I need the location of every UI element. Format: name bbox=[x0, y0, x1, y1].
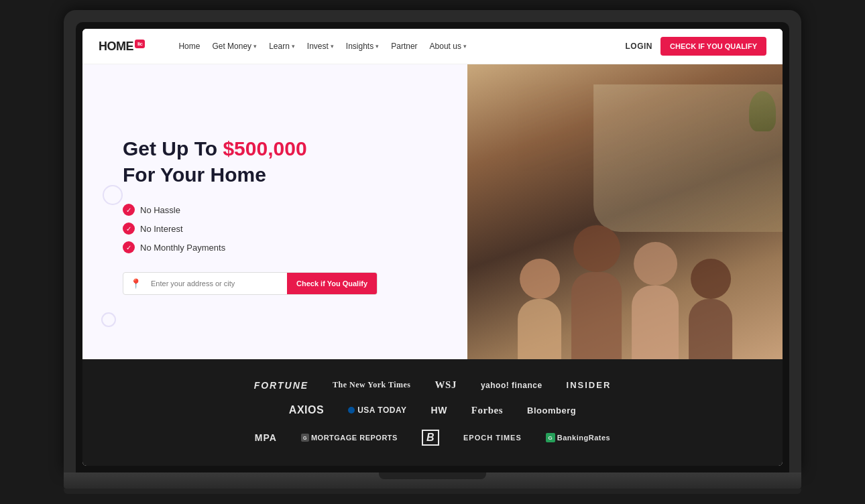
bankrates-icon: G bbox=[546, 433, 555, 442]
media-logo-usatoday: USA TODAY bbox=[348, 405, 406, 415]
decoration-circle-1 bbox=[103, 185, 123, 205]
mortgage-g-icon: G bbox=[301, 434, 309, 442]
navbar: HOME lic Home Get Money ▾ bbox=[82, 29, 783, 64]
media-logo-epoch: EPOCH TIMES bbox=[463, 434, 522, 442]
media-logo-forbes: Forbes bbox=[471, 405, 503, 416]
media-logo-nyt: The New York Times bbox=[333, 380, 410, 390]
family-photo bbox=[467, 64, 783, 359]
screen-bezel: HOME lic Home Get Money ▾ bbox=[76, 22, 789, 472]
features-list: ✓ No Hassle ✓ No Interest ✓ No Monthly P… bbox=[123, 204, 434, 253]
media-logo-axios: AXIOS bbox=[289, 404, 324, 416]
media-logo-yahoo: yahoo! finance bbox=[481, 381, 542, 390]
media-logo-mortgage: G MORTGAGE REPORTS bbox=[301, 434, 398, 442]
laptop-frame: HOME lic Home Get Money ▾ bbox=[64, 10, 801, 494]
check-qualify-button[interactable]: Check if You Qualify bbox=[287, 273, 377, 294]
media-row-1: FORTUNE The New York Times WSJ yahoo! fi… bbox=[109, 373, 756, 397]
nav-insights[interactable]: Insights ▾ bbox=[346, 42, 379, 51]
media-logo-bloomberg: Bloomberg bbox=[527, 405, 576, 416]
headline-part1: Get Up To bbox=[123, 137, 223, 160]
search-input[interactable] bbox=[148, 273, 287, 294]
hero-headline: Get Up To $500,000 For Your Home bbox=[123, 135, 434, 188]
media-logo-mpa: MPA bbox=[255, 432, 277, 443]
laptop-lid: HOME lic Home Get Money ▾ bbox=[64, 10, 801, 472]
check-icon-1: ✓ bbox=[123, 204, 135, 216]
location-icon: 📍 bbox=[123, 278, 148, 289]
media-row-2: AXIOS USA TODAY HW Forbes Bloomberg bbox=[109, 397, 756, 423]
feature-no-payments: ✓ No Monthly Payments bbox=[123, 241, 434, 253]
hero-right bbox=[467, 64, 783, 359]
feature-no-interest: ✓ No Interest bbox=[123, 223, 434, 235]
headline-amount: $500,000 bbox=[223, 137, 306, 160]
chevron-down-icon: ▾ bbox=[331, 43, 334, 50]
family-silhouette bbox=[467, 84, 783, 359]
nav-links: Home Get Money ▾ Learn ▾ Inves bbox=[178, 42, 612, 51]
nav-home[interactable]: Home bbox=[178, 42, 200, 51]
usa-dot-icon bbox=[348, 407, 355, 414]
nav-about[interactable]: About us ▾ bbox=[430, 42, 467, 51]
chevron-down-icon: ▾ bbox=[463, 43, 467, 50]
check-icon-2: ✓ bbox=[123, 223, 135, 235]
qualify-button[interactable]: CHECK IF YOU QUALIFY bbox=[660, 37, 766, 56]
laptop-base bbox=[64, 472, 801, 489]
nav-learn[interactable]: Learn ▾ bbox=[269, 42, 295, 51]
media-section: FORTUNE The New York Times WSJ yahoo! fi… bbox=[82, 359, 783, 466]
media-logo-fortune: FORTUNE bbox=[254, 380, 308, 391]
hero-left: Get Up To $500,000 For Your Home ✓ No Ha… bbox=[82, 64, 467, 359]
media-logo-bankrates: G BankingRates bbox=[546, 433, 610, 442]
search-bar: 📍 Check if You Qualify bbox=[123, 272, 378, 295]
media-logo-insider: INSIDER bbox=[567, 380, 612, 390]
website: HOME lic Home Get Money ▾ bbox=[82, 29, 783, 466]
nav-partner[interactable]: Partner bbox=[391, 42, 417, 51]
nav-get-money[interactable]: Get Money ▾ bbox=[212, 42, 257, 51]
laptop-foot bbox=[64, 489, 801, 494]
media-logo-barrons: B bbox=[422, 430, 439, 446]
nav-invest[interactable]: Invest ▾ bbox=[307, 42, 334, 51]
media-logo-hw: HW bbox=[431, 405, 447, 416]
screen: HOME lic Home Get Money ▾ bbox=[82, 29, 783, 466]
logo-text: HOME bbox=[99, 40, 133, 54]
decoration-circle-2 bbox=[101, 312, 116, 327]
login-button[interactable]: LOGIN bbox=[626, 42, 653, 51]
media-row-3: MPA G MORTGAGE REPORTS B EPOCH TIMES G B… bbox=[109, 423, 756, 452]
logo-badge: lic bbox=[135, 40, 145, 48]
logo[interactable]: HOME lic bbox=[99, 40, 145, 54]
nav-actions: LOGIN CHECK IF YOU QUALIFY bbox=[626, 37, 766, 56]
media-logo-wsj: WSJ bbox=[435, 379, 457, 391]
feature-no-hassle: ✓ No Hassle bbox=[123, 204, 434, 216]
hero-section: Get Up To $500,000 For Your Home ✓ No Ha… bbox=[82, 64, 783, 359]
chevron-down-icon: ▾ bbox=[292, 43, 295, 50]
chevron-down-icon: ▾ bbox=[253, 43, 257, 50]
check-icon-3: ✓ bbox=[123, 241, 135, 253]
chevron-down-icon: ▾ bbox=[376, 43, 379, 50]
headline-part2: For Your Home bbox=[123, 164, 266, 186]
